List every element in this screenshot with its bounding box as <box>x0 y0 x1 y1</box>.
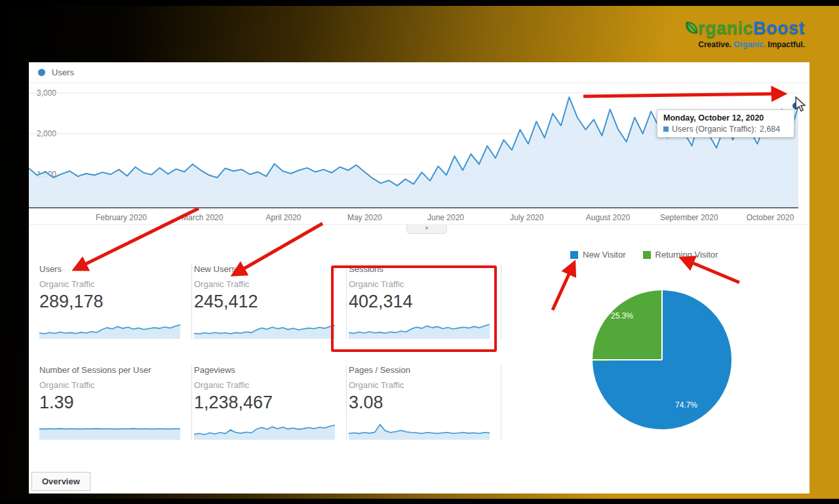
sessions-per-user-sparkline <box>39 417 180 440</box>
metric-cards-row-1: Users Organic Traffic 289,178 New Users … <box>39 264 501 339</box>
tooltip-metric-value: 2,684 <box>760 125 780 134</box>
metric-card-sessions[interactable]: Sessions Organic Traffic 402,314 <box>349 264 501 339</box>
sessions-sparkline <box>349 316 490 339</box>
new-visitor-percent: 74.7% <box>669 400 704 410</box>
card-title: Sessions <box>349 264 493 274</box>
legend-item-new-visitor[interactable]: New Visitor <box>570 250 626 260</box>
arrow-to-returning-visitor-legend <box>683 259 739 282</box>
arrow-to-new-visitor-legend <box>553 264 574 310</box>
month-label: September 2020 <box>660 213 718 222</box>
top-border-bar <box>0 0 839 6</box>
brand-tagline: Creative. Organic. Impactful. <box>684 40 805 49</box>
metric-card-new-users[interactable]: New Users Organic Traffic 245,412 <box>194 264 347 339</box>
card-value: 3.08 <box>349 393 493 413</box>
card-subtitle: Organic Traffic <box>39 380 184 390</box>
month-label: March 2020 <box>182 213 223 222</box>
new-users-sparkline <box>194 316 335 339</box>
metric-card-pages-per-session[interactable]: Pages / Session Organic Traffic 3.08 <box>349 365 501 440</box>
metric-card-sessions-per-user[interactable]: Number of Sessions per User Organic Traf… <box>39 365 192 440</box>
card-value: 1,238,467 <box>194 393 338 413</box>
legend-item-returning-visitor[interactable]: Returning Visitor <box>643 250 718 260</box>
leaf-icon <box>684 20 699 37</box>
x-axis-month-labels: February 2020March 2020April 2020May 202… <box>29 213 798 223</box>
returning-visitor-square-icon <box>643 251 651 259</box>
tooltip-series-square-icon <box>663 126 669 132</box>
metric-cards-row-2: Number of Sessions per User Organic Traf… <box>39 365 501 440</box>
pages-per-session-sparkline <box>349 417 490 440</box>
brand-name-organic: rganic <box>698 18 753 39</box>
metric-card-pageviews[interactable]: Pageviews Organic Traffic 1,238,467 <box>194 365 347 440</box>
card-value: 245,412 <box>194 292 338 312</box>
visitor-type-pie-chart: 25.3% 74.7% <box>593 290 732 429</box>
card-title: Number of Sessions per User <box>39 365 184 375</box>
card-title: Users <box>39 264 184 274</box>
visitor-pie-legend: New Visitor Returning Visitor <box>570 250 718 260</box>
returning-visitor-percent: 25.3% <box>604 311 640 320</box>
month-label: May 2020 <box>347 213 382 222</box>
card-subtitle: Organic Traffic <box>349 279 493 289</box>
users-sparkline <box>39 316 180 339</box>
month-label: June 2020 <box>427 213 464 222</box>
card-value: 289,178 <box>39 292 184 312</box>
month-label: August 2020 <box>586 213 630 222</box>
returning-visitor-label: Returning Visitor <box>655 250 718 260</box>
card-title: Pageviews <box>194 365 338 375</box>
month-label: April 2020 <box>265 213 301 222</box>
users-timeseries-chart[interactable] <box>29 83 798 214</box>
card-value: 402,314 <box>349 292 493 312</box>
brand-name-boost: Boost <box>753 18 805 39</box>
card-value: 1.39 <box>39 393 184 413</box>
users-series-legend[interactable]: Users <box>38 68 74 77</box>
analytics-screenshot-panel: Users 3,000 2,000 1,000 February 2020Mar… <box>29 62 810 494</box>
organicboost-logo: rganicBoost Creative. Organic. Impactful… <box>684 18 805 49</box>
card-subtitle: Organic Traffic <box>194 380 338 390</box>
pie-slice-divider <box>661 290 663 360</box>
tagline-organic: Organic. <box>733 40 766 49</box>
new-visitor-square-icon <box>570 251 578 259</box>
card-title: Pages / Session <box>349 365 493 375</box>
mouse-cursor-icon <box>794 96 806 112</box>
card-subtitle: Organic Traffic <box>349 380 493 390</box>
new-visitor-label: New Visitor <box>583 250 626 260</box>
month-label: February 2020 <box>96 213 147 222</box>
tagline-creative: Creative. <box>698 40 732 49</box>
bottom-border-bar <box>0 499 839 504</box>
card-subtitle: Organic Traffic <box>194 279 338 289</box>
chevron-down-icon: ▾ <box>425 225 429 231</box>
month-label: October 2020 <box>747 213 794 222</box>
users-legend-dot-icon <box>38 69 45 76</box>
overview-tab-button[interactable]: Overview <box>31 472 90 491</box>
month-label: July 2020 <box>510 213 543 222</box>
card-title: New Users <box>194 264 338 274</box>
pie-slice-divider <box>593 359 662 360</box>
branded-background: rganicBoost Creative. Organic. Impactful… <box>0 0 839 504</box>
users-legend-label: Users <box>52 68 74 77</box>
tooltip-date: Monday, October 12, 2020 <box>663 113 788 123</box>
card-subtitle: Organic Traffic <box>39 279 184 289</box>
metric-card-users[interactable]: Users Organic Traffic 289,178 <box>39 264 192 339</box>
tagline-impactful: Impactful. <box>768 40 805 49</box>
tooltip-metric-label: Users (Organic Traffic): <box>672 125 756 134</box>
pageviews-sparkline <box>194 417 335 440</box>
chart-hover-tooltip: Monday, October 12, 2020 Users (Organic … <box>657 109 794 138</box>
chart-collapse-tab[interactable]: ▾ <box>406 224 447 234</box>
